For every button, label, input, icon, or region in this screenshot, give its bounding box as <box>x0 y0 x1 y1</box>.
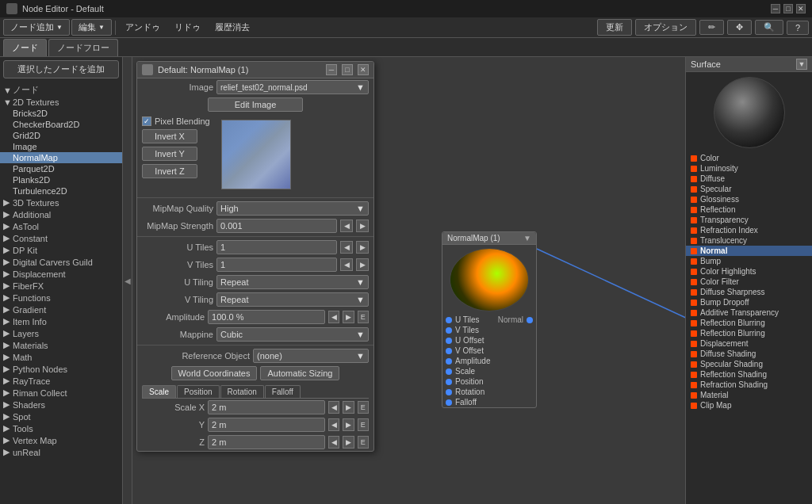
edit-image-button[interactable]: Edit Image <box>208 97 303 112</box>
sidebar-item-bricks2d[interactable]: Bricks2D <box>0 108 122 119</box>
v-tiles-left[interactable]: ◀ <box>340 258 353 271</box>
tree-section-additional[interactable]: ▶ Additional <box>0 208 122 220</box>
surface-port-color-highlights[interactable]: Color Highlights <box>686 266 812 277</box>
surface-port-translucency[interactable]: Translucency <box>686 235 812 246</box>
options-button[interactable]: オプション <box>635 19 696 36</box>
mipmap-strength-left[interactable]: ◀ <box>340 220 353 232</box>
scale-x-left[interactable]: ◀ <box>328 401 339 414</box>
sub-tab-falloff[interactable]: Falloff <box>265 385 301 398</box>
invert-z-button[interactable]: Invert Z <box>142 164 197 178</box>
tree-section-materials[interactable]: ▶ Materials <box>0 339 122 351</box>
port-u-offset-dot[interactable] <box>446 338 452 344</box>
tree-section-3d[interactable]: ▶ 3D Textures <box>0 197 122 208</box>
tree-section-math[interactable]: ▶ Math <box>0 351 122 363</box>
tree-section-python[interactable]: ▶ Python Nodes <box>0 363 122 375</box>
tree-section-2d[interactable]: ▼ 2D Textures <box>0 97 122 108</box>
amplitude-input[interactable] <box>208 310 325 324</box>
mipmap-strength-input[interactable] <box>216 219 337 233</box>
clear-history-menu[interactable]: 履歴消去 <box>209 20 256 35</box>
v-tiling-dropdown[interactable]: Repeat ▼ <box>216 292 369 307</box>
tree-section-tools[interactable]: ▶ Tools <box>0 422 122 434</box>
port-u-tiles-dot[interactable] <box>446 317 452 323</box>
surface-port-diffuse-sharpness[interactable]: Diffuse Sharpness <box>686 287 812 297</box>
mipmap-strength-right[interactable]: ▶ <box>356 220 369 232</box>
scale-z-left[interactable]: ◀ <box>328 436 339 449</box>
panel-minimize-button[interactable]: ─ <box>326 64 337 75</box>
tree-section-constant[interactable]: ▶ Constant <box>0 232 122 244</box>
tree-section-displacement[interactable]: ▶ Displacement <box>0 268 122 280</box>
amplitude-e-button[interactable]: E <box>358 311 369 323</box>
panel-close-button[interactable]: ✕ <box>358 64 369 75</box>
tree-section-spot[interactable]: ▶ Spot <box>0 410 122 422</box>
surface-port-reflection-shading[interactable]: Reflection Shading <box>686 369 812 380</box>
invert-y-button[interactable]: Invert Y <box>142 147 197 161</box>
port-normal-out[interactable] <box>527 317 533 323</box>
minimize-button[interactable]: ─ <box>771 4 780 13</box>
tree-section-astool[interactable]: ▶ AsTool <box>0 220 122 232</box>
tree-section-vertexmap[interactable]: ▶ Vertex Map <box>0 434 122 446</box>
update-button[interactable]: 更新 <box>597 19 632 36</box>
v-tiles-input[interactable] <box>216 258 337 272</box>
invert-x-button[interactable]: Invert X <box>142 129 197 143</box>
surface-port-color-filter[interactable]: Color Filter <box>686 277 812 287</box>
image-dropdown[interactable]: relief_test02_normal.psd ▼ <box>216 80 369 94</box>
sidebar-item-planks2d[interactable]: Planks2D <box>0 174 122 185</box>
close-button[interactable]: ✕ <box>796 4 806 13</box>
mipmap-quality-dropdown[interactable]: High ▼ <box>216 201 369 216</box>
tree-section-gradient[interactable]: ▶ Gradient <box>0 304 122 315</box>
tree-section-node[interactable]: ▼ ノード <box>0 83 122 97</box>
tab-nodeflow[interactable]: ノードフロー <box>48 39 118 56</box>
surface-port-refraction[interactable]: Refraction Index <box>686 225 812 235</box>
surface-port-diffuse-shading[interactable]: Diffuse Shading <box>686 349 812 359</box>
scale-z-input[interactable] <box>208 435 325 449</box>
sidebar-item-image[interactable]: Image <box>0 141 122 152</box>
node-add-menu[interactable]: ノード追加 ▼ <box>3 19 70 36</box>
sub-tab-scale[interactable]: Scale <box>142 385 176 398</box>
surface-port-reflection[interactable]: Reflection <box>686 204 812 215</box>
surface-port-specular[interactable]: Specular <box>686 184 812 194</box>
port-amplitude-dot[interactable] <box>446 358 452 365</box>
scale-y-e-button[interactable]: E <box>358 418 369 431</box>
scale-y-left[interactable]: ◀ <box>328 418 339 431</box>
port-v-offset-dot[interactable] <box>446 348 452 354</box>
edit-menu[interactable]: 編集 ▼ <box>71 19 112 36</box>
normalmap-node-menu[interactable]: ▼ <box>523 234 531 242</box>
surface-port-additive-transparency[interactable]: Additive Transparency <box>686 307 812 318</box>
add-node-button[interactable]: 選択したノードを追加 <box>3 60 119 78</box>
surface-port-reflection-blurring[interactable]: Reflection Blurring <box>686 318 812 328</box>
reference-object-dropdown[interactable]: (none) ▼ <box>253 349 369 363</box>
maximize-button[interactable]: □ <box>783 4 793 13</box>
sidebar-item-checkerboard2d[interactable]: CheckerBoard2D <box>0 119 122 130</box>
sidebar-item-turbulence2d[interactable]: Turbulence2D <box>0 185 122 197</box>
tree-section-unreal[interactable]: ▶ unReal <box>0 446 122 458</box>
redo-menu[interactable]: リドゥ <box>168 20 207 35</box>
surface-port-glossiness[interactable]: Glossiness <box>686 194 812 204</box>
port-falloff-dot[interactable] <box>446 399 452 406</box>
u-tiles-input[interactable] <box>216 240 337 254</box>
u-tiling-dropdown[interactable]: Repeat ▼ <box>216 275 369 289</box>
pixel-blending-checkbox[interactable]: ✓ Pixel Blending <box>142 116 210 126</box>
sidebar-item-normalmap[interactable]: NormalMap <box>0 152 122 163</box>
tree-section-layers[interactable]: ▶ Layers <box>0 327 122 339</box>
u-tiles-right[interactable]: ▶ <box>356 241 369 254</box>
tree-section-dpkit[interactable]: ▶ DP Kit <box>0 244 122 256</box>
surface-port-bump-dropoff[interactable]: Bump Dropoff <box>686 297 812 307</box>
scale-x-right[interactable]: ▶ <box>343 401 354 414</box>
port-v-tiles-dot[interactable] <box>446 327 452 334</box>
tree-section-functions[interactable]: ▶ Functions <box>0 292 122 304</box>
sidebar-collapse-button[interactable]: ◀ <box>123 57 132 504</box>
port-rotation-dot[interactable] <box>446 389 452 395</box>
surface-port-displacement[interactable]: Displacement <box>686 338 812 349</box>
surface-port-color[interactable]: Color <box>686 153 812 163</box>
sub-tab-rotation[interactable]: Rotation <box>220 385 264 398</box>
scale-z-right[interactable]: ▶ <box>343 436 354 449</box>
scale-y-input[interactable] <box>208 418 325 432</box>
tree-section-riman[interactable]: ▶ Riman Collect <box>0 387 122 399</box>
surface-port-diffuse[interactable]: Diffuse <box>686 174 812 184</box>
tab-node[interactable]: ノード <box>3 39 47 56</box>
scale-x-input[interactable] <box>208 400 325 414</box>
pencil-button[interactable]: ✏ <box>699 20 724 35</box>
amplitude-right[interactable]: ▶ <box>343 311 354 323</box>
surface-port-clip-map[interactable]: Clip Map <box>686 400 812 410</box>
sidebar-item-parquet2d[interactable]: Parquet2D <box>0 163 122 174</box>
